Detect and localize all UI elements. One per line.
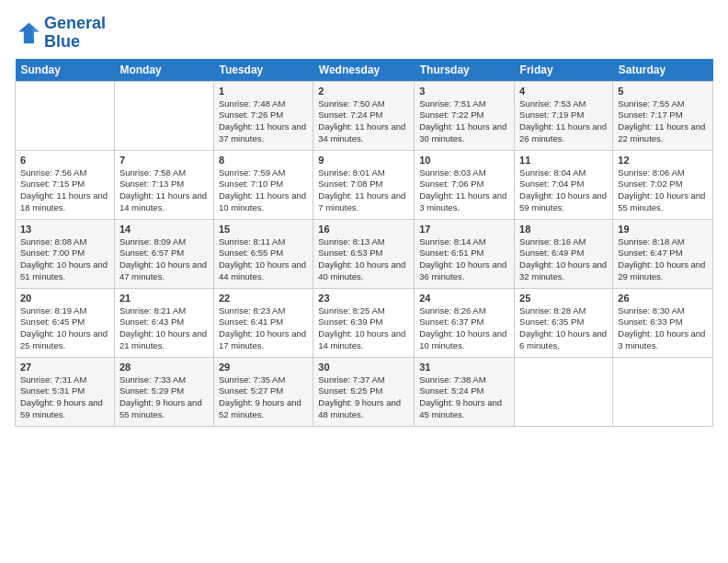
week-row-2: 6Sunrise: 7:56 AM Sunset: 7:15 PM Daylig… [16,150,713,219]
calendar-cell: 2Sunrise: 7:50 AM Sunset: 7:24 PM Daylig… [313,81,415,150]
page-header: General Blue [15,15,713,52]
day-info: Sunrise: 8:18 AM Sunset: 6:47 PM Dayligh… [618,236,708,283]
calendar-cell: 27Sunrise: 7:31 AM Sunset: 5:31 PM Dayli… [16,357,115,426]
calendar-cell: 18Sunrise: 8:16 AM Sunset: 6:49 PM Dayli… [515,219,613,288]
svg-marker-1 [33,25,40,38]
day-number: 6 [20,155,109,166]
day-header-friday: Friday [515,59,613,82]
day-info: Sunrise: 7:50 AM Sunset: 7:24 PM Dayligh… [318,98,409,145]
day-header-thursday: Thursday [415,59,515,82]
day-info: Sunrise: 8:23 AM Sunset: 6:41 PM Dayligh… [219,305,308,352]
day-number: 1 [219,86,308,97]
day-info: Sunrise: 8:04 AM Sunset: 7:04 PM Dayligh… [519,167,608,214]
day-header-saturday: Saturday [613,59,713,82]
day-info: Sunrise: 7:51 AM Sunset: 7:22 PM Dayligh… [419,98,509,145]
day-info: Sunrise: 8:30 AM Sunset: 6:33 PM Dayligh… [618,305,708,352]
day-number: 12 [618,155,708,166]
calendar-cell: 20Sunrise: 8:19 AM Sunset: 6:45 PM Dayli… [16,288,115,357]
day-info: Sunrise: 7:35 AM Sunset: 5:27 PM Dayligh… [219,374,308,421]
day-number: 30 [318,362,409,373]
day-number: 31 [419,362,509,373]
day-info: Sunrise: 8:19 AM Sunset: 6:45 PM Dayligh… [20,305,109,352]
day-info: Sunrise: 7:56 AM Sunset: 7:15 PM Dayligh… [20,167,109,214]
calendar-cell: 6Sunrise: 7:56 AM Sunset: 7:15 PM Daylig… [16,150,115,219]
day-info: Sunrise: 7:37 AM Sunset: 5:25 PM Dayligh… [318,374,409,421]
day-number: 9 [318,155,409,166]
day-number: 28 [119,362,209,373]
calendar-cell: 19Sunrise: 8:18 AM Sunset: 6:47 PM Dayli… [613,219,713,288]
day-number: 2 [318,86,409,97]
day-info: Sunrise: 8:25 AM Sunset: 6:39 PM Dayligh… [318,305,409,352]
day-info: Sunrise: 8:08 AM Sunset: 7:00 PM Dayligh… [20,236,109,283]
calendar-cell: 4Sunrise: 7:53 AM Sunset: 7:19 PM Daylig… [515,81,613,150]
day-number: 4 [519,86,608,97]
calendar-cell: 29Sunrise: 7:35 AM Sunset: 5:27 PM Dayli… [213,357,313,426]
day-number: 10 [419,155,509,166]
calendar-cell: 17Sunrise: 8:14 AM Sunset: 6:51 PM Dayli… [415,219,515,288]
day-number: 13 [20,224,109,235]
day-number: 11 [519,155,608,166]
calendar-cell: 16Sunrise: 8:13 AM Sunset: 6:53 PM Dayli… [313,219,415,288]
day-info: Sunrise: 7:59 AM Sunset: 7:10 PM Dayligh… [219,167,308,214]
day-number: 20 [20,293,109,304]
day-info: Sunrise: 8:11 AM Sunset: 6:55 PM Dayligh… [219,236,308,283]
calendar-cell: 7Sunrise: 7:58 AM Sunset: 7:13 PM Daylig… [114,150,213,219]
calendar-cell [114,81,213,150]
day-info: Sunrise: 8:21 AM Sunset: 6:43 PM Dayligh… [119,305,209,352]
day-header-wednesday: Wednesday [313,59,415,82]
day-number: 15 [219,224,308,235]
day-number: 14 [119,224,209,235]
day-number: 19 [618,224,708,235]
day-info: Sunrise: 7:33 AM Sunset: 5:29 PM Dayligh… [119,374,209,421]
day-number: 18 [519,224,608,235]
day-number: 7 [119,155,209,166]
calendar-cell [16,81,115,150]
calendar-cell: 15Sunrise: 8:11 AM Sunset: 6:55 PM Dayli… [213,219,313,288]
calendar-cell: 30Sunrise: 7:37 AM Sunset: 5:25 PM Dayli… [313,357,415,426]
day-header-tuesday: Tuesday [213,59,313,82]
calendar-cell: 22Sunrise: 8:23 AM Sunset: 6:41 PM Dayli… [213,288,313,357]
header-row: SundayMondayTuesdayWednesdayThursdayFrid… [16,59,713,82]
calendar-cell: 23Sunrise: 8:25 AM Sunset: 6:39 PM Dayli… [313,288,415,357]
day-number: 16 [318,224,409,235]
day-number: 8 [219,155,308,166]
calendar-cell: 10Sunrise: 8:03 AM Sunset: 7:06 PM Dayli… [415,150,515,219]
calendar-table: SundayMondayTuesdayWednesdayThursdayFrid… [15,59,713,427]
day-info: Sunrise: 8:03 AM Sunset: 7:06 PM Dayligh… [419,167,509,214]
day-info: Sunrise: 8:01 AM Sunset: 7:08 PM Dayligh… [318,167,409,214]
calendar-cell: 5Sunrise: 7:55 AM Sunset: 7:17 PM Daylig… [613,81,713,150]
day-info: Sunrise: 7:55 AM Sunset: 7:17 PM Dayligh… [618,98,708,145]
calendar-cell: 3Sunrise: 7:51 AM Sunset: 7:22 PM Daylig… [415,81,515,150]
day-number: 27 [20,362,109,373]
calendar-cell: 24Sunrise: 8:26 AM Sunset: 6:37 PM Dayli… [415,288,515,357]
calendar-cell [515,357,613,426]
calendar-cell: 14Sunrise: 8:09 AM Sunset: 6:57 PM Dayli… [114,219,213,288]
day-number: 23 [318,293,409,304]
logo: General Blue [15,15,106,52]
calendar-cell: 25Sunrise: 8:28 AM Sunset: 6:35 PM Dayli… [515,288,613,357]
day-info: Sunrise: 7:53 AM Sunset: 7:19 PM Dayligh… [519,98,608,145]
day-info: Sunrise: 8:16 AM Sunset: 6:49 PM Dayligh… [519,236,608,283]
day-info: Sunrise: 7:31 AM Sunset: 5:31 PM Dayligh… [20,374,109,421]
day-number: 26 [618,293,708,304]
calendar-cell: 8Sunrise: 7:59 AM Sunset: 7:10 PM Daylig… [213,150,313,219]
calendar-cell: 21Sunrise: 8:21 AM Sunset: 6:43 PM Dayli… [114,288,213,357]
calendar-cell: 28Sunrise: 7:33 AM Sunset: 5:29 PM Dayli… [114,357,213,426]
calendar-cell [613,357,713,426]
svg-marker-0 [18,23,39,43]
day-number: 3 [419,86,509,97]
day-info: Sunrise: 8:14 AM Sunset: 6:51 PM Dayligh… [419,236,509,283]
logo-icon [15,20,40,46]
week-row-5: 27Sunrise: 7:31 AM Sunset: 5:31 PM Dayli… [16,357,713,426]
week-row-4: 20Sunrise: 8:19 AM Sunset: 6:45 PM Dayli… [16,288,713,357]
day-info: Sunrise: 7:38 AM Sunset: 5:24 PM Dayligh… [419,374,509,421]
day-number: 21 [119,293,209,304]
day-info: Sunrise: 8:28 AM Sunset: 6:35 PM Dayligh… [519,305,608,352]
day-number: 24 [419,293,509,304]
calendar-cell: 9Sunrise: 8:01 AM Sunset: 7:08 PM Daylig… [313,150,415,219]
calendar-cell: 13Sunrise: 8:08 AM Sunset: 7:00 PM Dayli… [16,219,115,288]
calendar-cell: 31Sunrise: 7:38 AM Sunset: 5:24 PM Dayli… [415,357,515,426]
calendar-cell: 12Sunrise: 8:06 AM Sunset: 7:02 PM Dayli… [613,150,713,219]
day-info: Sunrise: 8:26 AM Sunset: 6:37 PM Dayligh… [419,305,509,352]
calendar-cell: 26Sunrise: 8:30 AM Sunset: 6:33 PM Dayli… [613,288,713,357]
